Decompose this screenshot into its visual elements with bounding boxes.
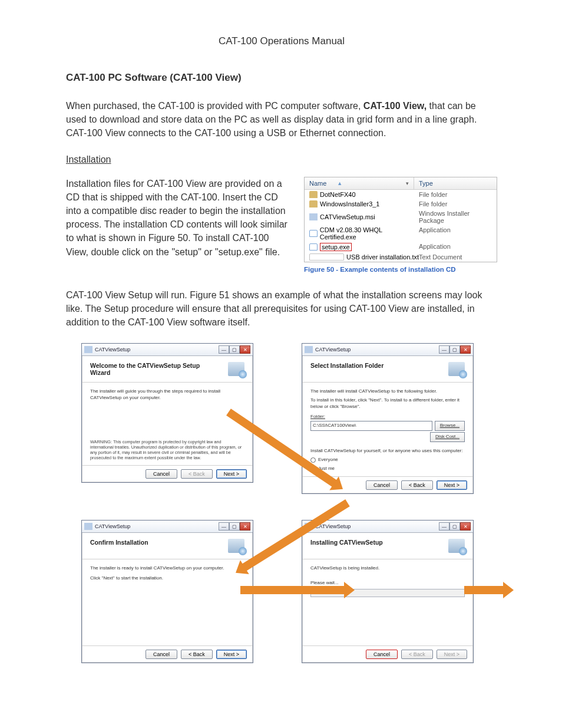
browse-button[interactable]: Browse... bbox=[435, 421, 465, 431]
wizard-text: The installer is ready to install CATVie… bbox=[90, 565, 244, 572]
file-icon bbox=[309, 200, 318, 207]
install-for-question: Install CATViewSetup for yourself, or fo… bbox=[310, 448, 465, 454]
wizard-text: CATViewSetup is being installed. bbox=[310, 565, 465, 572]
maximize-button[interactable]: ▢ bbox=[229, 522, 240, 531]
chevron-down-icon: ▾ bbox=[406, 180, 409, 186]
wizard-heading: Confirm Installation bbox=[90, 539, 148, 546]
file-row[interactable]: USB driver installation.txtText Document bbox=[305, 252, 497, 262]
file-type: File folder bbox=[419, 200, 492, 207]
close-button[interactable]: ✕ bbox=[460, 345, 471, 354]
file-row[interactable]: setup.exeApplication bbox=[305, 242, 497, 252]
next-button[interactable]: Next > bbox=[437, 480, 467, 490]
wizard-screenshots: CATViewSetup —▢✕ Welcome to the CATViewS… bbox=[66, 343, 497, 673]
file-name: setup.exe bbox=[320, 243, 352, 251]
folder-input[interactable]: C:\SSI\CAT100View\ bbox=[310, 421, 432, 431]
installer-banner-icon bbox=[228, 539, 244, 553]
doc-header: CAT-100 Operations Manual bbox=[66, 35, 497, 47]
installer-icon bbox=[84, 346, 92, 353]
file-type: Application bbox=[419, 243, 492, 251]
wizard-text: The installer will guide you through the… bbox=[90, 388, 244, 401]
wizard-text: Please wait... bbox=[310, 580, 465, 587]
folder-label: Folder: bbox=[310, 414, 465, 420]
back-button[interactable]: < Back bbox=[181, 650, 213, 659]
wizard-text: The installer will install CATViewSetup … bbox=[310, 388, 465, 395]
maximize-button[interactable]: ▢ bbox=[449, 345, 460, 354]
back-button[interactable]: < Back bbox=[401, 480, 433, 490]
close-button[interactable]: ✕ bbox=[460, 522, 471, 531]
wizard-confirm: CATViewSetup—▢✕ Confirm Installation The… bbox=[81, 520, 253, 663]
radio-icon bbox=[310, 457, 316, 463]
text-run: When purchased, the CAT-100 is provided … bbox=[66, 101, 363, 111]
section-heading: CAT-100 PC Software (CAT-100 View) bbox=[66, 72, 497, 84]
file-type: Text Document bbox=[419, 253, 492, 261]
file-type: File folder bbox=[419, 191, 492, 198]
explorer-figure: Name▲▾ Type DotNetFX40File folderWindows… bbox=[304, 177, 497, 273]
next-button[interactable]: Next > bbox=[216, 650, 247, 659]
close-button[interactable]: ✕ bbox=[240, 522, 250, 531]
file-type: Application bbox=[419, 226, 492, 241]
close-button[interactable]: ✕ bbox=[240, 345, 250, 354]
column-type[interactable]: Type bbox=[414, 177, 497, 189]
installer-banner-icon bbox=[448, 539, 465, 553]
cancel-button[interactable]: Cancel bbox=[146, 650, 177, 659]
sort-asc-icon: ▲ bbox=[337, 180, 342, 186]
file-icon bbox=[309, 243, 318, 251]
installer-banner-icon bbox=[448, 362, 465, 376]
wizard-select-folder: CATViewSetup—▢✕ Select Installation Fold… bbox=[302, 343, 474, 494]
back-button: < Back bbox=[401, 650, 433, 659]
cancel-button[interactable]: Cancel bbox=[366, 480, 398, 490]
figure-caption: Figure 50 - Example contents of installa… bbox=[304, 266, 497, 273]
wizard-heading: Select Installation Folder bbox=[310, 362, 384, 369]
cancel-button[interactable]: Cancel bbox=[366, 650, 398, 659]
file-name: USB driver installation.txt bbox=[346, 253, 419, 261]
flow-arrow-icon bbox=[240, 586, 346, 594]
file-row[interactable]: WindowsInstaller3_1File folder bbox=[305, 199, 497, 209]
intro-paragraph: When purchased, the CAT-100 is provided … bbox=[66, 99, 497, 140]
text-bold: CAT-100 View, bbox=[363, 101, 427, 111]
file-name: CDM v2.08.30 WHQL Certified.exe bbox=[320, 226, 419, 241]
file-name: DotNetFX40 bbox=[320, 191, 356, 198]
minimize-button[interactable]: — bbox=[219, 522, 229, 531]
subheading-installation: Installation bbox=[66, 154, 497, 165]
file-row[interactable]: CATViewSetup.msiWindows Installer Packag… bbox=[305, 209, 497, 225]
file-icon bbox=[309, 253, 344, 261]
titlebar: CATViewSetup —▢✕ bbox=[82, 344, 253, 356]
file-icon bbox=[309, 191, 318, 198]
maximize-button[interactable]: ▢ bbox=[229, 345, 240, 354]
radio-justme[interactable]: Just me bbox=[310, 466, 465, 472]
radio-everyone[interactable]: Everyone bbox=[310, 457, 465, 463]
explorer-header: Name▲▾ Type bbox=[305, 177, 497, 190]
file-type: Windows Installer Package bbox=[419, 210, 492, 224]
wizard-heading: Welcome to the CATViewSetup Setup Wizard bbox=[90, 362, 208, 376]
warning-text: WARNING: This computer program is protec… bbox=[90, 439, 244, 460]
window-title: CATViewSetup bbox=[84, 346, 130, 353]
wizard-text: To install in this folder, click "Next".… bbox=[310, 397, 465, 410]
minimize-button[interactable]: — bbox=[219, 345, 229, 354]
paragraph-setup: CAT-100 View Setup will run. Figure 51 s… bbox=[66, 288, 497, 330]
file-explorer: Name▲▾ Type DotNetFX40File folderWindows… bbox=[304, 177, 497, 262]
file-name: CATViewSetup.msi bbox=[320, 213, 375, 220]
wizard-text: Click "Next" to start the installation. bbox=[90, 575, 244, 582]
install-paragraph: Installation files for CAT-100 View are … bbox=[66, 177, 291, 259]
flow-arrow-icon bbox=[464, 586, 505, 594]
window-title: CATViewSetup bbox=[305, 346, 351, 353]
window-title: CATViewSetup bbox=[84, 523, 130, 530]
minimize-button[interactable]: — bbox=[439, 345, 449, 354]
file-row[interactable]: CDM v2.08.30 WHQL Certified.exeApplicati… bbox=[305, 225, 497, 242]
installer-icon bbox=[305, 346, 313, 353]
back-button: < Back bbox=[181, 469, 213, 479]
file-icon bbox=[309, 230, 318, 237]
installer-icon bbox=[84, 523, 92, 530]
file-name: WindowsInstaller3_1 bbox=[320, 200, 380, 207]
maximize-button[interactable]: ▢ bbox=[449, 522, 460, 531]
column-name[interactable]: Name▲▾ bbox=[305, 177, 414, 189]
next-button: Next > bbox=[437, 650, 467, 659]
next-button[interactable]: Next > bbox=[216, 469, 247, 479]
document-page: CAT-100 Operations Manual CAT-100 PC Sof… bbox=[0, 0, 562, 728]
minimize-button[interactable]: — bbox=[439, 522, 449, 531]
file-icon bbox=[309, 213, 318, 220]
file-row[interactable]: DotNetFX40File folder bbox=[305, 190, 497, 199]
wizard-heading: Installing CATViewSetup bbox=[310, 539, 383, 546]
disk-cost-button[interactable]: Disk Cost... bbox=[430, 432, 465, 442]
cancel-button[interactable]: Cancel bbox=[146, 469, 177, 479]
